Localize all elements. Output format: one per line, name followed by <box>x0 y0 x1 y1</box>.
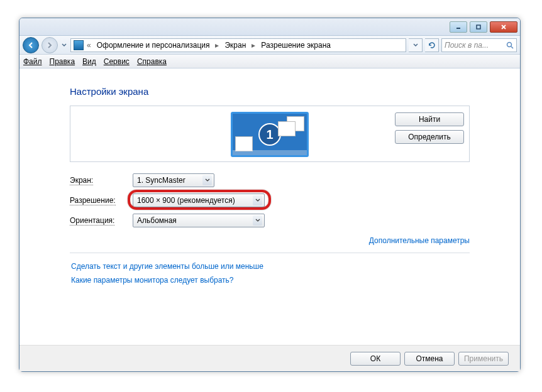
display-label: Экран: <box>70 176 93 185</box>
arrow-left-icon <box>27 41 35 49</box>
nav-history-dropdown[interactable] <box>60 38 68 53</box>
text-size-link[interactable]: Сделать текст и другие элементы больше и… <box>71 262 470 271</box>
find-button[interactable]: Найти <box>395 112 464 126</box>
window-decoration-icon <box>235 131 254 149</box>
minimize-icon <box>455 24 462 30</box>
back-button[interactable] <box>23 37 39 53</box>
forward-button[interactable] <box>41 37 58 53</box>
chevron-down-icon <box>205 178 210 182</box>
detect-button[interactable]: Определить <box>395 130 464 144</box>
search-box[interactable]: Поиск в па... <box>441 38 517 52</box>
orientation-dropdown[interactable]: Альбомная <box>133 214 265 227</box>
breadcrumb-display[interactable]: Экран <box>222 40 248 51</box>
control-panel-icon <box>74 40 84 50</box>
menu-file[interactable]: Файл <box>23 57 42 66</box>
breadcrumb-prefix: « <box>85 41 93 50</box>
dialog-footer: ОК Отмена Применить <box>19 345 520 371</box>
monitor-preview-box: 1 Найти Определить <box>70 106 470 162</box>
display-row: Экран: 1. SyncMaster <box>70 173 470 187</box>
resolution-label: Разрешение: <box>70 196 116 205</box>
orientation-row: Ориентация: Альбомная <box>70 214 470 227</box>
divider <box>70 253 470 253</box>
menu-help[interactable]: Справка <box>137 57 167 66</box>
close-button[interactable] <box>490 21 517 33</box>
resolution-dropdown[interactable]: 1600 × 900 (рекомендуется) <box>133 193 265 207</box>
which-settings-link[interactable]: Какие параметры монитора следует выбрать… <box>71 276 470 285</box>
chevron-down-icon <box>413 43 418 47</box>
refresh-button[interactable] <box>425 38 439 52</box>
chevron-down-icon <box>255 219 260 222</box>
maximize-button[interactable] <box>470 21 487 33</box>
display-dropdown[interactable]: 1. SyncMaster <box>133 173 214 187</box>
resolution-value: 1600 × 900 (рекомендуется) <box>137 196 235 205</box>
search-placeholder: Поиск в па... <box>445 41 489 50</box>
arrow-right-icon <box>46 41 53 49</box>
navigation-bar: « Оформление и персонализация ▸ Экран ▸ … <box>19 36 520 55</box>
minimize-button[interactable] <box>450 21 467 33</box>
address-dropdown-button[interactable] <box>409 38 423 52</box>
breadcrumb-appearance[interactable]: Оформление и персонализация <box>94 40 213 51</box>
chevron-down-icon <box>62 43 67 47</box>
page-title: Настройки экрана <box>70 86 470 97</box>
breadcrumb-resolution[interactable]: Разрешение экрана <box>258 40 333 51</box>
menu-tools[interactable]: Сервис <box>104 57 130 66</box>
menu-view[interactable]: Вид <box>82 57 96 66</box>
address-bar[interactable]: « Оформление и персонализация ▸ Экран ▸ … <box>70 38 406 52</box>
ok-button[interactable]: ОК <box>350 352 401 366</box>
resolution-row: Разрешение: 1600 × 900 (рекомендуется) <box>70 193 470 207</box>
titlebar <box>19 18 520 36</box>
cancel-button[interactable]: Отмена <box>404 352 455 366</box>
svg-line-5 <box>511 46 513 48</box>
search-icon <box>506 41 514 49</box>
close-icon <box>501 24 507 30</box>
chevron-down-icon <box>255 199 260 202</box>
apply-button[interactable]: Применить <box>458 352 509 366</box>
breadcrumb-separator: ▸ <box>250 41 257 50</box>
menu-bar: Файл Правка Вид Сервис Справка <box>19 55 520 68</box>
window-decoration-icon <box>278 116 304 138</box>
svg-point-4 <box>507 42 512 46</box>
refresh-icon <box>428 41 436 49</box>
advanced-settings-link[interactable]: Дополнительные параметры <box>369 236 470 245</box>
maximize-icon <box>475 24 482 30</box>
orientation-label: Ориентация: <box>70 216 114 226</box>
breadcrumb-separator: ▸ <box>213 41 221 50</box>
content-area: Настройки экрана 1 Найти Определить Экра… <box>19 68 520 285</box>
display-value: 1. SyncMaster <box>137 176 185 185</box>
monitor-thumbnail[interactable]: 1 <box>231 112 309 157</box>
taskbar-decoration <box>233 150 307 155</box>
svg-rect-1 <box>477 25 480 29</box>
orientation-value: Альбомная <box>137 216 177 225</box>
menu-edit[interactable]: Правка <box>50 57 75 66</box>
control-panel-window: « Оформление и персонализация ▸ Экран ▸ … <box>19 18 521 372</box>
